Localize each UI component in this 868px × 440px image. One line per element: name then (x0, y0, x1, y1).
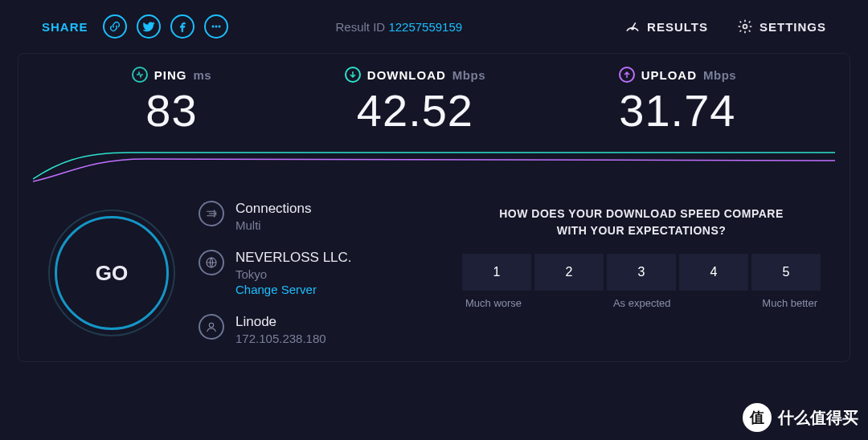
settings-link[interactable]: SETTINGS (737, 18, 826, 35)
rating-1[interactable]: 1 (462, 254, 531, 291)
globe-icon (199, 250, 224, 275)
change-server-link[interactable]: Change Server (235, 283, 352, 296)
rating-labels: Much worse As expected Much better (462, 297, 821, 309)
download-icon (345, 67, 361, 83)
isp-name: Linode (235, 314, 326, 330)
rating-label-low: Much worse (465, 297, 522, 309)
svg-point-1 (215, 26, 216, 27)
svg-point-3 (632, 27, 634, 30)
ping-label: PING (154, 68, 187, 82)
download-value: 42.52 (345, 84, 485, 136)
rating-2[interactable]: 2 (534, 254, 604, 291)
result-id: Result ID 12257559159 (336, 20, 463, 34)
connections-icon (199, 201, 224, 226)
gauge-icon (624, 18, 641, 35)
upload-icon (619, 67, 635, 83)
upload-unit: Mbps (703, 68, 736, 82)
go-button[interactable]: GO (59, 221, 164, 325)
connection-info: Connections Multi NEVERLOSS LLC. Tokyo C… (199, 201, 440, 345)
watermark-text: 什么值得买 (778, 407, 858, 429)
ping-icon (132, 67, 148, 83)
results-link[interactable]: RESULTS (624, 18, 708, 35)
upload-label: UPLOAD (641, 68, 697, 82)
speed-graph (33, 143, 835, 183)
result-id-label: Result ID (336, 20, 386, 34)
upload-metric: UPLOAD Mbps 31.74 (619, 67, 737, 136)
survey-question-line2: WITH YOUR EXPECTATIONS? (462, 222, 821, 239)
result-id-value[interactable]: 12257559159 (388, 20, 462, 34)
survey-question: HOW DOES YOUR DOWNLOAD SPEED COMPARE WIT… (462, 206, 821, 239)
rating-5[interactable]: 5 (751, 254, 821, 291)
watermark: 值 什么值得买 (743, 403, 858, 432)
svg-point-2 (218, 26, 219, 27)
user-icon (199, 314, 224, 340)
ping-unit: ms (194, 68, 212, 82)
svg-point-0 (211, 26, 213, 27)
watermark-badge: 值 (743, 403, 772, 432)
rating-label-high: Much better (762, 297, 817, 309)
top-bar: SHARE Result ID 12257559159 RESULTS SETT… (0, 0, 868, 53)
svg-point-6 (209, 323, 213, 327)
server-name: NEVERLOSS LLC. (235, 250, 352, 266)
download-metric: DOWNLOAD Mbps 42.52 (345, 67, 485, 136)
rating-3[interactable]: 3 (607, 254, 676, 291)
ping-metric: PING ms 83 (132, 67, 211, 136)
upload-value: 31.74 (619, 84, 737, 136)
rating-row: 1 2 3 4 5 (462, 254, 821, 291)
result-panel: PING ms 83 DOWNLOAD Mbps 42.52 UPLOAD Mb… (18, 53, 850, 362)
svg-point-4 (743, 25, 747, 29)
gear-icon (737, 18, 753, 35)
share-link-icon[interactable] (103, 14, 127, 39)
connections-value[interactable]: Multi (235, 218, 312, 232)
share-label: SHARE (42, 20, 88, 34)
connections-label: Connections (235, 201, 312, 217)
survey-question-line1: HOW DOES YOUR DOWNLOAD SPEED COMPARE (462, 206, 821, 222)
facebook-icon[interactable] (170, 14, 194, 39)
server-location: Tokyo (235, 267, 352, 281)
twitter-icon[interactable] (137, 14, 161, 39)
survey: HOW DOES YOUR DOWNLOAD SPEED COMPARE WIT… (462, 201, 821, 345)
download-unit: Mbps (452, 68, 485, 82)
lower-section: GO Connections Multi NEVERLOSS LLC. Toky… (33, 183, 835, 345)
go-label: GO (96, 261, 128, 286)
rating-label-mid: As expected (613, 297, 671, 309)
metrics-row: PING ms 83 DOWNLOAD Mbps 42.52 UPLOAD Mb… (33, 59, 835, 143)
rating-4[interactable]: 4 (679, 254, 748, 291)
settings-label: SETTINGS (760, 20, 826, 34)
results-label: RESULTS (647, 20, 708, 34)
ping-value: 83 (132, 84, 211, 136)
download-label: DOWNLOAD (367, 68, 446, 82)
more-icon[interactable] (204, 14, 228, 39)
ip-address: 172.105.238.180 (235, 332, 326, 345)
